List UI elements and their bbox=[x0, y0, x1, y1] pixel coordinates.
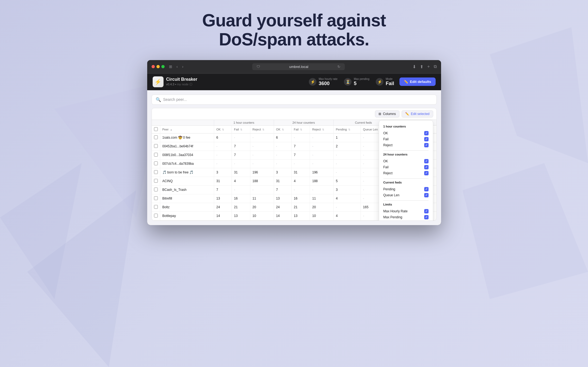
pencil-icon: ✏️ bbox=[404, 80, 408, 84]
col-pending[interactable]: Pending ⇅ bbox=[334, 125, 361, 133]
stat-mode: ⚡ Mode Fail bbox=[376, 78, 394, 86]
table-cell: 4 bbox=[334, 194, 361, 203]
table-cell: - bbox=[232, 159, 250, 168]
sidebar-toggle-icon[interactable]: ⊞ bbox=[168, 64, 173, 69]
address-bar[interactable]: 🛡 umbrel.local ↻ bbox=[252, 63, 345, 70]
panel-section-limits: Limits Max Hourly Rate Max Pending Mode bbox=[383, 203, 429, 221]
table-cell: 5 bbox=[334, 177, 361, 185]
edit-selected-button[interactable]: ✏️ Edit selected bbox=[402, 110, 433, 117]
row-checkbox[interactable] bbox=[154, 205, 158, 209]
table-cell: 4 bbox=[232, 177, 250, 185]
stat-label-pending: Max pending bbox=[354, 78, 369, 80]
row-checkbox[interactable] bbox=[154, 153, 158, 157]
col-reject-24h[interactable]: Reject ⇅ bbox=[310, 125, 334, 133]
table-cell: 21 bbox=[291, 203, 310, 212]
group-header-empty bbox=[152, 120, 214, 126]
table-cell: 6 bbox=[274, 133, 291, 142]
search-input[interactable] bbox=[163, 97, 433, 102]
max-pending-checkbox[interactable] bbox=[424, 215, 429, 219]
reload-icon[interactable]: ↻ bbox=[337, 65, 340, 69]
table-cell: 31 bbox=[232, 168, 250, 177]
table-cell: - bbox=[310, 151, 334, 159]
fail-1h-checkbox[interactable] bbox=[424, 137, 429, 141]
browser-window: ⊞ ‹ › 🛡 umbrel.local ↻ ⬇ ⬆ + ⧉ ⚡ Circuit… bbox=[147, 60, 441, 225]
table-cell: 20 bbox=[310, 203, 334, 212]
fail-24h-checkbox[interactable] bbox=[424, 165, 429, 169]
col-ok-24h[interactable]: OK ⇅ bbox=[274, 125, 291, 133]
table-cell: 008f11b0...3aa37034 bbox=[160, 151, 214, 159]
panel-title-fwds: Current fwds bbox=[383, 181, 429, 184]
max-hourly-checkbox[interactable] bbox=[424, 209, 429, 213]
row-checkbox-cell bbox=[152, 142, 160, 151]
col-ok-1h[interactable]: OK ⇅ bbox=[214, 125, 232, 133]
app-bar: ⚡ Circuit Breaker v0.4.3 • my node ⓘ ⚡ M… bbox=[147, 74, 441, 90]
row-checkbox[interactable] bbox=[154, 214, 158, 217]
table-cell: - bbox=[291, 159, 310, 168]
row-checkbox[interactable] bbox=[154, 196, 158, 200]
panel-title-24h: 24 hour counters bbox=[383, 153, 429, 156]
col-fail-1h[interactable]: Fail ⇅ bbox=[232, 125, 250, 133]
stat-value-pending: 5 bbox=[354, 81, 369, 86]
columns-button[interactable]: ⊞ Columns bbox=[375, 110, 399, 117]
row-checkbox[interactable] bbox=[154, 179, 158, 183]
panel-item-fail-24h: Fail bbox=[383, 164, 429, 170]
col-reject-1h[interactable]: Reject ⇅ bbox=[250, 125, 274, 133]
ok-1h-checkbox[interactable] bbox=[424, 131, 429, 135]
fail24h-sort-icon: ⇅ bbox=[300, 128, 302, 131]
share-icon[interactable]: ⬆ bbox=[420, 64, 423, 69]
col-peer[interactable]: Peer ▲ bbox=[160, 125, 214, 133]
table-cell: 11 bbox=[250, 194, 274, 203]
url-text: umbrel.local bbox=[262, 65, 335, 69]
table-cell: - bbox=[334, 159, 361, 168]
new-tab-icon[interactable]: + bbox=[427, 64, 430, 69]
table-cell: 7 bbox=[291, 151, 310, 159]
edit-defaults-button[interactable]: ✏️ Edit defaults bbox=[399, 77, 435, 86]
tabs-icon[interactable]: ⧉ bbox=[434, 64, 437, 69]
back-button[interactable]: ‹ bbox=[176, 64, 179, 69]
table-container: ⊞ Columns ✏️ Edit selected 1 hour counte… bbox=[152, 108, 437, 221]
table-cell: - bbox=[334, 168, 361, 177]
maximize-button[interactable] bbox=[161, 65, 165, 68]
pending-sort-icon: ⇅ bbox=[348, 128, 350, 131]
stat-max-pending: ⏳ Max pending 5 bbox=[344, 78, 369, 86]
reject-1h-checkbox[interactable] bbox=[424, 143, 429, 147]
table-cell: - bbox=[250, 133, 274, 142]
stat-max-hourly-rate: ⚡ Max hourly rate 3600 bbox=[309, 78, 337, 86]
mode-icon: ⚡ bbox=[376, 78, 383, 86]
table-cell: 11 bbox=[310, 194, 334, 203]
ok-24h-checkbox[interactable] bbox=[424, 159, 429, 163]
row-checkbox-cell bbox=[152, 203, 160, 212]
my-node-link[interactable]: my node bbox=[177, 83, 188, 86]
reject-24h-checkbox[interactable] bbox=[424, 171, 429, 175]
table-cell: 13 bbox=[214, 194, 232, 203]
table-cell: 10 bbox=[250, 212, 274, 220]
queue-len-checkbox[interactable] bbox=[424, 193, 429, 197]
row-checkbox[interactable] bbox=[154, 135, 158, 139]
minimize-button[interactable] bbox=[156, 65, 160, 68]
row-checkbox[interactable] bbox=[154, 188, 158, 191]
app-name: Circuit Breaker bbox=[166, 77, 198, 82]
panel-title-1h: 1 hour counters bbox=[383, 125, 429, 128]
search-bar[interactable]: 🔍 bbox=[152, 95, 437, 105]
col-checkbox bbox=[152, 125, 160, 133]
download-icon[interactable]: ⬇ bbox=[412, 64, 416, 69]
panel-item-max-hourly: Max Hourly Rate bbox=[383, 208, 429, 214]
row-checkbox[interactable] bbox=[154, 144, 158, 148]
col-fail-24h[interactable]: Fail ⇅ bbox=[291, 125, 310, 133]
reject1h-sort-icon: ⇅ bbox=[262, 128, 264, 131]
table-cell: - bbox=[274, 151, 291, 159]
group-header-1h: 1 hour counters bbox=[214, 120, 274, 126]
app-info: Circuit Breaker v0.4.3 • my node ⓘ bbox=[166, 77, 198, 86]
select-all-checkbox[interactable] bbox=[154, 127, 158, 131]
pending-checkbox[interactable] bbox=[424, 187, 429, 191]
table-cell: ACINQ bbox=[160, 177, 214, 185]
table-cell: 4 bbox=[291, 177, 310, 185]
forward-button[interactable]: › bbox=[181, 64, 184, 69]
panel-item-reject-1h: Reject bbox=[383, 142, 429, 148]
table-cell: 7 bbox=[291, 142, 310, 151]
close-button[interactable] bbox=[152, 65, 155, 68]
columns-icon: ⊞ bbox=[378, 112, 381, 116]
row-checkbox[interactable] bbox=[154, 161, 158, 165]
row-checkbox-cell bbox=[152, 194, 160, 203]
row-checkbox[interactable] bbox=[154, 170, 158, 174]
